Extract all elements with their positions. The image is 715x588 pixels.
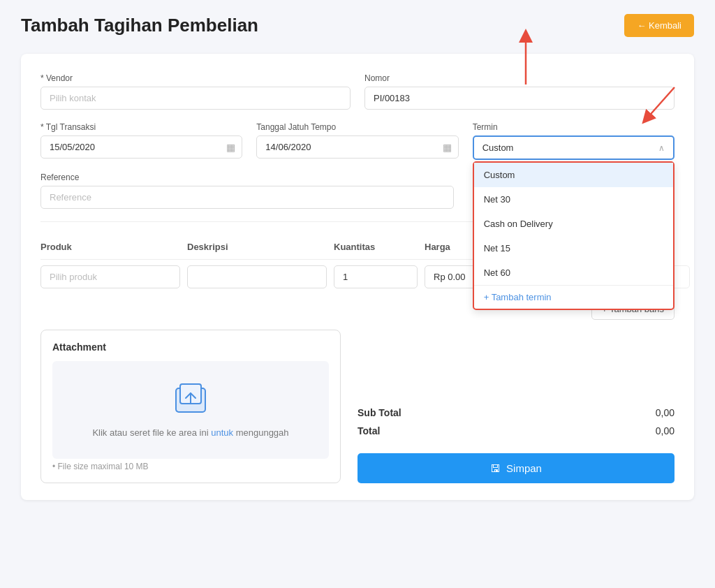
vendor-label: * Vendor <box>40 73 351 83</box>
attachment-box: Attachment Klik atau seret file ke area … <box>40 330 341 483</box>
produk-input[interactable] <box>40 265 180 288</box>
subtotal-row: Sub Total 0,00 <box>358 407 675 418</box>
dropdown-item-custom[interactable]: Custom <box>474 163 673 187</box>
total-label: Total <box>358 425 380 436</box>
subtotal-label: Sub Total <box>358 407 401 418</box>
dropdown-item-net30[interactable]: Net 30 <box>474 187 673 212</box>
jatuh-tempo-label: Tanggal Jatuh Tempo <box>256 122 458 132</box>
nomor-input[interactable] <box>364 87 675 110</box>
col-kuantitas: Kuantitas <box>334 242 418 252</box>
upload-text: Klik atau seret file ke area ini untuk m… <box>92 427 288 438</box>
total-row: Total 0,00 <box>358 425 675 436</box>
termin-value: Custom <box>482 142 514 153</box>
save-icon: 🖫 <box>490 462 501 474</box>
reference-label: Reference <box>40 172 454 182</box>
chevron-up-icon: ∧ <box>658 143 665 153</box>
col-deskripsi: Deskripsi <box>187 242 327 252</box>
dropdown-item-cod[interactable]: Cash on Delivery <box>474 212 673 236</box>
upload-hint: • File size maximal 10 MB <box>52 462 329 471</box>
kuantitas-input[interactable] <box>334 265 418 288</box>
termin-dropdown: Custom Net 30 Cash on Delivery Net 15 Ne… <box>473 161 675 310</box>
bottom-section: Attachment Klik atau seret file ke area … <box>40 330 675 483</box>
col-produk: Produk <box>40 242 180 252</box>
tgl-label: * Tgl Transaksi <box>40 122 242 132</box>
page-title: Tambah Tagihan Pembelian <box>21 15 258 36</box>
termin-label: Termin <box>473 122 675 132</box>
save-label: Simpan <box>506 462 542 474</box>
termin-select-wrapper: Custom ∧ Custom Net 30 Cash on Delivery … <box>473 135 675 160</box>
tgl-input[interactable] <box>40 135 242 159</box>
save-button[interactable]: 🖫 Simpan <box>358 453 675 483</box>
back-button[interactable]: ← Kembali <box>624 14 694 37</box>
attachment-title: Attachment <box>52 341 329 353</box>
total-value: 0,00 <box>656 425 675 436</box>
vendor-input[interactable] <box>40 87 351 110</box>
add-termin-button[interactable]: + Tambah termin <box>474 285 673 309</box>
reference-input[interactable] <box>40 186 454 209</box>
subtotal-value: 0,00 <box>656 407 675 418</box>
dropdown-item-net15[interactable]: Net 15 <box>474 236 673 260</box>
deskripsi-input[interactable] <box>187 265 327 288</box>
termin-select[interactable]: Custom ∧ <box>473 135 675 160</box>
upload-icon <box>173 383 208 422</box>
dropdown-item-net60[interactable]: Net 60 <box>474 260 673 285</box>
upload-area[interactable]: Klik atau seret file ke area ini untuk m… <box>52 361 329 459</box>
nomor-label: Nomor <box>364 73 675 83</box>
totals-section: Sub Total 0,00 Total 0,00 🖫 Simpan <box>358 330 675 483</box>
jatuh-tempo-input[interactable] <box>256 135 458 159</box>
